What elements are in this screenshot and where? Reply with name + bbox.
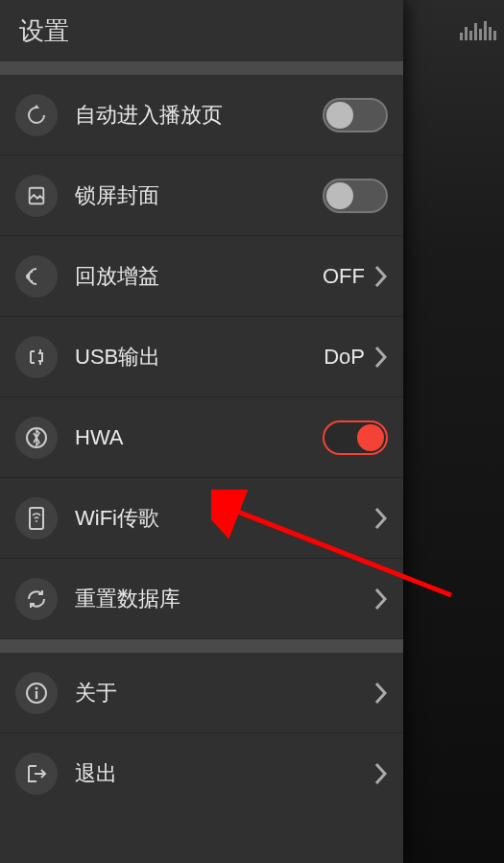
chevron-right-icon [374, 345, 388, 370]
row-label: 退出 [75, 759, 374, 788]
row-auto-play[interactable]: 自动进入播放页 [0, 75, 403, 156]
svg-rect-0 [30, 187, 44, 204]
svg-rect-6 [36, 691, 37, 699]
phone-wifi-icon [15, 497, 58, 539]
row-label: WiFi传歌 [75, 504, 374, 533]
row-label: 重置数据库 [75, 585, 374, 613]
chevron-right-icon [374, 264, 388, 289]
chevron-right-icon [374, 681, 388, 706]
sound-wave-icon [15, 255, 58, 298]
toggle-hwa[interactable] [323, 420, 388, 455]
svg-point-3 [36, 520, 37, 522]
section-divider [0, 61, 403, 75]
chevron-right-icon [374, 506, 388, 531]
row-rebuild-database[interactable]: 重置数据库 [0, 559, 403, 639]
row-label: 自动进入播放页 [75, 101, 323, 130]
bluetooth-audio-icon [15, 417, 58, 459]
sync-icon [15, 578, 58, 620]
toggle-lockscreen[interactable] [323, 179, 388, 213]
row-lockscreen-cover[interactable]: 锁屏封面 [0, 156, 403, 236]
background-panel: 0 1 [403, 0, 504, 863]
chevron-right-icon [374, 587, 388, 611]
row-about[interactable]: 关于 [0, 653, 403, 733]
toggle-autoplay[interactable] [323, 98, 388, 132]
chevron-right-icon [374, 761, 388, 786]
row-label: USB输出 [75, 343, 324, 372]
row-label: 回放增益 [75, 262, 323, 291]
row-exit[interactable]: 退出 [0, 733, 403, 814]
svg-point-5 [36, 686, 38, 689]
row-wifi-transfer[interactable]: WiFi传歌 [0, 478, 403, 559]
row-hwa[interactable]: HWA [0, 397, 403, 478]
row-label: HWA [75, 425, 323, 450]
section-divider [0, 639, 403, 653]
row-value: OFF [323, 264, 365, 289]
row-value: DoP [324, 345, 365, 370]
refresh-icon [15, 94, 58, 136]
row-label: 关于 [75, 679, 374, 707]
page-title: 设置 [19, 14, 69, 48]
settings-drawer: 设置 自动进入播放页 锁屏封面 回放增益 OFF USB输出 DoP [0, 0, 403, 863]
equalizer-icon [460, 17, 496, 40]
svg-rect-2 [30, 508, 43, 529]
row-replay-gain[interactable]: 回放增益 OFF [0, 236, 403, 317]
header: 设置 [0, 0, 403, 61]
row-label: 锁屏封面 [75, 181, 323, 210]
row-usb-output[interactable]: USB输出 DoP [0, 317, 403, 397]
image-icon [15, 175, 58, 217]
info-icon [15, 672, 58, 714]
usb-icon [15, 336, 58, 378]
exit-icon [15, 753, 58, 795]
